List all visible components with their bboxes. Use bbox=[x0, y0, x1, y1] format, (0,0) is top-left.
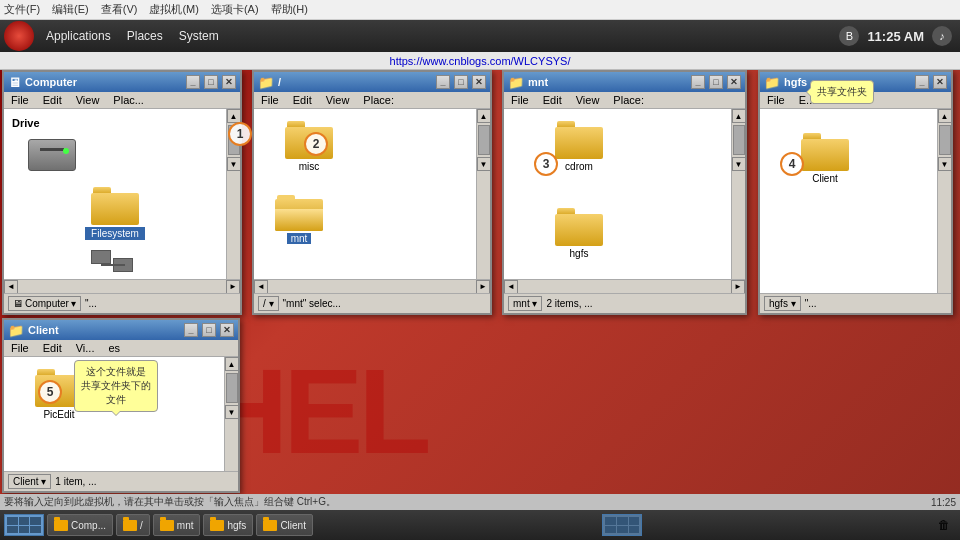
vm-vm-menu[interactable]: 虚拟机(M) bbox=[149, 2, 199, 17]
client-view-menu[interactable]: Vi... bbox=[71, 341, 100, 355]
computer-hscroll[interactable]: ◄ ► bbox=[4, 279, 240, 293]
vm-tab-menu[interactable]: 选项卡(A) bbox=[211, 2, 259, 17]
client-minimize[interactable]: _ bbox=[184, 323, 198, 337]
root-scroll-down[interactable]: ▼ bbox=[477, 157, 491, 171]
root-loc-btn[interactable]: / ▾ bbox=[258, 296, 279, 311]
root-titlebar[interactable]: 📁 / _ □ ✕ bbox=[254, 72, 490, 92]
computer-loc-arrow[interactable]: ▾ bbox=[71, 298, 76, 309]
client-titlebar[interactable]: 📁 Client _ □ ✕ bbox=[4, 320, 238, 340]
hgfs-folder[interactable]: hgfs bbox=[544, 204, 614, 263]
root-edit-menu[interactable]: Edit bbox=[288, 93, 317, 107]
mnt-scroll-thumb[interactable] bbox=[733, 125, 745, 155]
taskbar-mnt-btn[interactable]: mnt bbox=[153, 514, 201, 536]
client-scroll-down[interactable]: ▼ bbox=[225, 405, 239, 419]
hscroll-right[interactable]: ► bbox=[226, 280, 240, 294]
root-close[interactable]: ✕ bbox=[472, 75, 486, 89]
computer-main-area: Drive bbox=[4, 109, 226, 279]
hgfs-scroll-down[interactable]: ▼ bbox=[938, 157, 952, 171]
mnt-close[interactable]: ✕ bbox=[727, 75, 741, 89]
mnt-edit-menu[interactable]: Edit bbox=[538, 93, 567, 107]
mnt-folder[interactable]: mnt bbox=[264, 189, 334, 248]
volume-icon[interactable]: ♪ bbox=[932, 26, 952, 46]
root-maximize[interactable]: □ bbox=[454, 75, 468, 89]
mnt-scrollbar[interactable]: ▲ ▼ bbox=[731, 109, 745, 279]
client-maximize[interactable]: □ bbox=[202, 323, 216, 337]
network-item[interactable] bbox=[12, 250, 218, 279]
system-menu[interactable]: System bbox=[171, 20, 227, 52]
hgfs-loc-btn[interactable]: hgfs ▾ bbox=[764, 296, 801, 311]
scroll-down-btn[interactable]: ▼ bbox=[227, 157, 241, 171]
computer-edit-menu[interactable]: Edit bbox=[38, 93, 67, 107]
vm-file-menu[interactable]: 文件(F) bbox=[4, 2, 40, 17]
places-menu[interactable]: Places bbox=[119, 20, 171, 52]
root-menubar: File Edit View Place: bbox=[254, 92, 490, 109]
computer-maximize[interactable]: □ bbox=[204, 75, 218, 89]
taskbar-trash[interactable]: 🗑 bbox=[932, 514, 956, 536]
client-close[interactable]: ✕ bbox=[220, 323, 234, 337]
root-file-menu[interactable]: File bbox=[256, 93, 284, 107]
root-scroll-up[interactable]: ▲ bbox=[477, 109, 491, 123]
computer-file-menu[interactable]: File bbox=[6, 93, 34, 107]
root-minimize[interactable]: _ bbox=[436, 75, 450, 89]
hgfs-minimize[interactable]: _ bbox=[915, 75, 929, 89]
mnt-view-menu[interactable]: View bbox=[571, 93, 605, 107]
mnt-hscroll-left[interactable]: ◄ bbox=[504, 280, 518, 294]
mnt-status-text: 2 items, ... bbox=[546, 298, 592, 309]
taskbar-folder-icon-0 bbox=[54, 520, 68, 531]
computer-places-menu[interactable]: Plac... bbox=[108, 93, 149, 107]
client-scroll-up[interactable]: ▲ bbox=[225, 357, 239, 371]
root-scroll-thumb[interactable] bbox=[478, 125, 490, 155]
mnt-hscroll[interactable]: ◄ ► bbox=[504, 279, 745, 293]
taskbar-computer-btn[interactable]: Comp... bbox=[47, 514, 113, 536]
hgfs-scroll-thumb[interactable] bbox=[939, 125, 951, 155]
mnt-scroll-down[interactable]: ▼ bbox=[732, 157, 746, 171]
root-hscroll[interactable]: ◄ ► bbox=[254, 279, 490, 293]
computer-close[interactable]: ✕ bbox=[222, 75, 236, 89]
computer-titlebar[interactable]: 🖥 Computer _ □ ✕ bbox=[4, 72, 240, 92]
mnt-scroll-up[interactable]: ▲ bbox=[732, 109, 746, 123]
hgfs-scroll-up[interactable]: ▲ bbox=[938, 109, 952, 123]
client-scrollbar[interactable]: ▲ ▼ bbox=[224, 357, 238, 471]
root-hscroll-right[interactable]: ► bbox=[476, 280, 490, 294]
taskbar-hgfs-btn[interactable]: hgfs bbox=[203, 514, 253, 536]
scroll-up-btn[interactable]: ▲ bbox=[227, 109, 241, 123]
taskbar-show-desktop[interactable] bbox=[4, 514, 44, 536]
hgfs-content: Client ▲ ▼ bbox=[760, 109, 951, 293]
hgfs-file-menu[interactable]: File bbox=[762, 93, 790, 107]
desktop: Applications Places System B 11:25 AM ♪ … bbox=[0, 20, 960, 540]
drive-item[interactable] bbox=[12, 135, 92, 179]
mnt-minimize[interactable]: _ bbox=[691, 75, 705, 89]
hgfs-close[interactable]: ✕ bbox=[933, 75, 947, 89]
mnt-maximize[interactable]: □ bbox=[709, 75, 723, 89]
mnt-hscroll-right[interactable]: ► bbox=[731, 280, 745, 294]
taskbar-client-btn[interactable]: Client bbox=[256, 514, 313, 536]
root-scrollbar[interactable]: ▲ ▼ bbox=[476, 109, 490, 279]
client-places-menu[interactable]: es bbox=[103, 341, 125, 355]
root-view-menu[interactable]: View bbox=[321, 93, 355, 107]
bluetooth-icon[interactable]: B bbox=[839, 26, 859, 46]
vm-help-menu[interactable]: 帮助(H) bbox=[271, 2, 308, 17]
computer-minimize[interactable]: _ bbox=[186, 75, 200, 89]
vm-view-menu[interactable]: 查看(V) bbox=[101, 2, 138, 17]
computer-view-menu[interactable]: View bbox=[71, 93, 105, 107]
hgfs-label: hgfs bbox=[570, 248, 589, 259]
filesystem-item[interactable]: Filesystem bbox=[12, 187, 218, 240]
root-hscroll-left[interactable]: ◄ bbox=[254, 280, 268, 294]
mnt-loc-btn[interactable]: mnt ▾ bbox=[508, 296, 542, 311]
applications-menu[interactable]: Applications bbox=[38, 20, 119, 52]
taskbar-grid-right[interactable] bbox=[602, 514, 642, 536]
client-file-menu[interactable]: File bbox=[6, 341, 34, 355]
client-scroll-thumb[interactable] bbox=[226, 373, 238, 403]
mnt-file-menu[interactable]: File bbox=[506, 93, 534, 107]
computer-loc-btn[interactable]: 🖥 Computer ▾ bbox=[8, 296, 81, 311]
mnt-titlebar[interactable]: 📁 mnt _ □ ✕ bbox=[504, 72, 745, 92]
taskbar-root-btn[interactable]: / bbox=[116, 514, 150, 536]
rh-logo[interactable] bbox=[4, 21, 34, 51]
vm-edit-menu[interactable]: 编辑(E) bbox=[52, 2, 89, 17]
hgfs-scrollbar[interactable]: ▲ ▼ bbox=[937, 109, 951, 293]
client-loc-btn[interactable]: Client ▾ bbox=[8, 474, 51, 489]
hscroll-left[interactable]: ◄ bbox=[4, 280, 18, 294]
mnt-places-menu[interactable]: Place: bbox=[608, 93, 649, 107]
root-places-menu[interactable]: Place: bbox=[358, 93, 399, 107]
client-edit-menu[interactable]: Edit bbox=[38, 341, 67, 355]
